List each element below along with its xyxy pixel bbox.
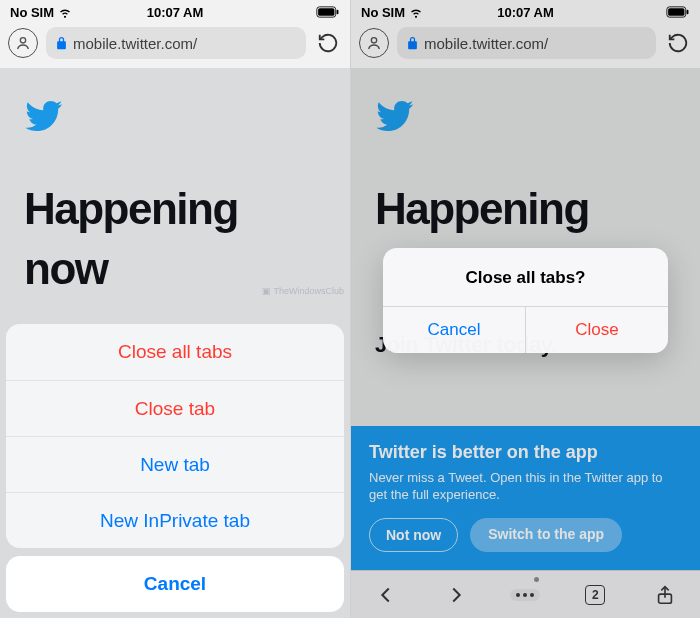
close-tab-action[interactable]: Close tab — [6, 380, 344, 436]
alert-cancel-button[interactable]: Cancel — [383, 307, 525, 353]
new-inprivate-tab-action[interactable]: New InPrivate tab — [6, 492, 344, 548]
new-tab-action[interactable]: New tab — [6, 436, 344, 492]
right-screenshot: No SIM 10:07 AM mobile.twitter.com/ — [350, 0, 700, 618]
action-sheet-cancel-button[interactable]: Cancel — [6, 556, 344, 612]
alert-close-button[interactable]: Close — [525, 307, 668, 353]
action-sheet-group: Close all tabs Close tab New tab New InP… — [6, 324, 344, 548]
close-all-tabs-action[interactable]: Close all tabs — [6, 324, 344, 380]
alert-title: Close all tabs? — [383, 248, 668, 306]
watermark: ▣TheWindowsClub — [262, 286, 344, 296]
left-screenshot: No SIM 10:07 AM mobile.twitter.com/ — [0, 0, 350, 618]
action-sheet: Close all tabs Close tab New tab New InP… — [6, 324, 344, 612]
confirm-alert: Close all tabs? Cancel Close — [383, 248, 668, 353]
